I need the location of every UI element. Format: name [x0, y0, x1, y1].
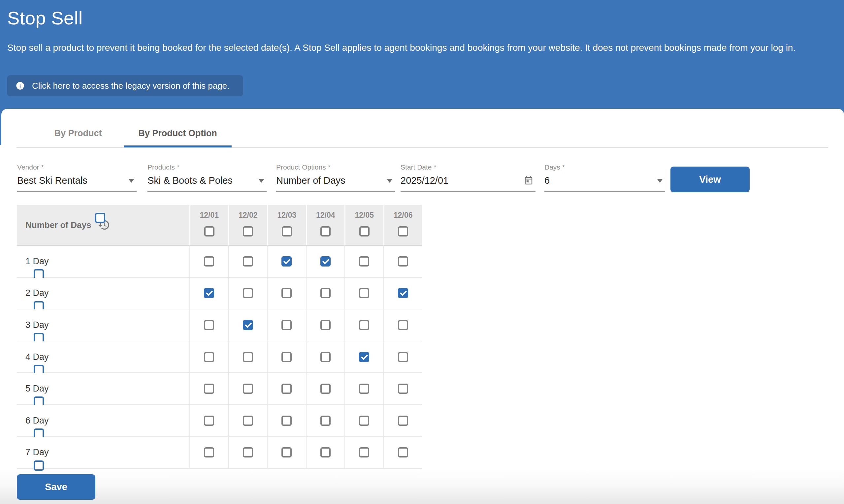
date-checkbox[interactable]: [282, 320, 292, 330]
date-checkbox[interactable]: [320, 352, 330, 362]
date-checkbox[interactable]: [243, 416, 253, 426]
tab-by-product-option[interactable]: By Product Option: [124, 120, 232, 147]
date-checkbox[interactable]: [398, 288, 408, 298]
column-select-checkbox[interactable]: [204, 226, 214, 236]
column-select-checkbox[interactable]: [243, 226, 253, 236]
date-checkbox[interactable]: [282, 416, 292, 426]
date-checkbox[interactable]: [398, 384, 408, 394]
date-column-label: 12/05: [355, 210, 374, 220]
row-label: 2 Day: [25, 288, 49, 298]
footer-band: [0, 469, 844, 504]
date-checkbox[interactable]: [282, 256, 292, 267]
vendor-value: Best Ski Rentals: [17, 175, 87, 186]
start-date-value: 2025/12/01: [400, 175, 448, 186]
product-options-label: Product Options *: [276, 164, 395, 171]
page-title: Stop Sell: [7, 7, 83, 29]
date-checkbox[interactable]: [359, 416, 369, 426]
date-checkbox[interactable]: [282, 447, 292, 457]
date-cell: [267, 341, 306, 373]
date-checkbox[interactable]: [359, 320, 369, 330]
option-name-label: Number of Days: [25, 220, 91, 230]
date-checkbox[interactable]: [359, 352, 369, 362]
date-checkbox[interactable]: [359, 447, 369, 457]
vendor-field: Vendor * Best Ski Rentals: [17, 164, 137, 192]
date-checkbox[interactable]: [282, 288, 292, 298]
date-cell: [306, 373, 345, 405]
date-column-header: 12/05: [344, 205, 383, 246]
date-checkbox[interactable]: [398, 447, 408, 457]
date-cell: [267, 437, 306, 469]
date-checkbox[interactable]: [320, 256, 330, 267]
date-cell: [344, 278, 383, 310]
date-checkbox[interactable]: [243, 352, 253, 362]
calendar-icon[interactable]: [524, 176, 534, 186]
date-checkbox[interactable]: [398, 256, 408, 267]
save-button[interactable]: Save: [17, 474, 95, 500]
info-icon: [16, 81, 25, 90]
date-checkbox[interactable]: [282, 352, 292, 362]
column-select-checkbox[interactable]: [359, 226, 370, 236]
view-button[interactable]: View: [670, 166, 750, 192]
date-checkbox[interactable]: [398, 352, 408, 362]
date-checkbox[interactable]: [320, 320, 330, 330]
date-cell: [228, 246, 267, 278]
start-date-field: Start Date * 2025/12/01: [400, 164, 536, 192]
page-description: Stop sell a product to prevent it being …: [7, 41, 833, 54]
row-select-checkbox[interactable]: [34, 461, 44, 471]
date-checkbox[interactable]: [398, 320, 408, 330]
date-checkbox[interactable]: [204, 320, 214, 330]
date-checkbox[interactable]: [243, 256, 253, 267]
date-checkbox[interactable]: [204, 256, 214, 267]
days-value: 6: [544, 175, 550, 186]
date-cell: [228, 278, 267, 310]
date-cell: [190, 405, 228, 437]
select-all-checkbox[interactable]: [95, 213, 105, 223]
date-cell: [383, 341, 422, 373]
row-label: 4 Day: [25, 352, 49, 362]
date-checkbox[interactable]: [282, 384, 292, 394]
days-select[interactable]: 6: [544, 175, 665, 192]
vendor-select[interactable]: Best Ski Rentals: [17, 175, 137, 192]
date-checkbox[interactable]: [320, 384, 330, 394]
date-checkbox[interactable]: [320, 447, 330, 457]
date-column-header: 12/06: [383, 205, 422, 246]
date-column-header: 12/01: [190, 205, 228, 246]
date-checkbox[interactable]: [320, 416, 330, 426]
date-checkbox[interactable]: [204, 447, 214, 457]
legacy-version-banner[interactable]: Click here to access the legacy version …: [7, 75, 243, 96]
column-select-checkbox[interactable]: [282, 226, 292, 236]
product-options-select[interactable]: Number of Days: [276, 175, 395, 192]
products-select[interactable]: Ski & Boots & Poles: [147, 175, 267, 192]
option-header-cell: Number of Days: [17, 205, 190, 246]
date-cell: [228, 309, 267, 341]
date-checkbox[interactable]: [243, 384, 253, 394]
date-checkbox[interactable]: [204, 352, 214, 362]
date-checkbox[interactable]: [204, 416, 214, 426]
date-cell: [267, 309, 306, 341]
date-checkbox[interactable]: [359, 384, 369, 394]
date-cell: [267, 405, 306, 437]
date-checkbox[interactable]: [204, 288, 214, 298]
date-cell: [228, 341, 267, 373]
date-cell: [383, 309, 422, 341]
date-cell: [190, 278, 228, 310]
table-row-label-cell: 3 Day: [17, 309, 190, 341]
column-select-checkbox[interactable]: [320, 226, 330, 236]
date-checkbox[interactable]: [243, 447, 253, 457]
date-checkbox[interactable]: [243, 320, 253, 330]
date-checkbox[interactable]: [320, 288, 330, 298]
table-row-label-cell: 5 Day: [17, 373, 190, 405]
date-checkbox[interactable]: [243, 288, 253, 298]
date-column-label: 12/06: [394, 210, 413, 220]
date-checkbox[interactable]: [398, 416, 408, 426]
column-select-checkbox[interactable]: [398, 226, 408, 236]
stop-sell-table: Number of Days12/0112/0212/0312/0412/051…: [17, 205, 422, 469]
date-checkbox[interactable]: [204, 384, 214, 394]
vendor-label: Vendor *: [17, 164, 137, 171]
date-checkbox[interactable]: [359, 288, 369, 298]
row-label: 6 Day: [25, 416, 49, 426]
start-date-input[interactable]: 2025/12/01: [400, 175, 536, 192]
row-label: 3 Day: [25, 320, 49, 330]
tab-by-product[interactable]: By Product: [32, 120, 124, 147]
date-checkbox[interactable]: [359, 256, 369, 267]
